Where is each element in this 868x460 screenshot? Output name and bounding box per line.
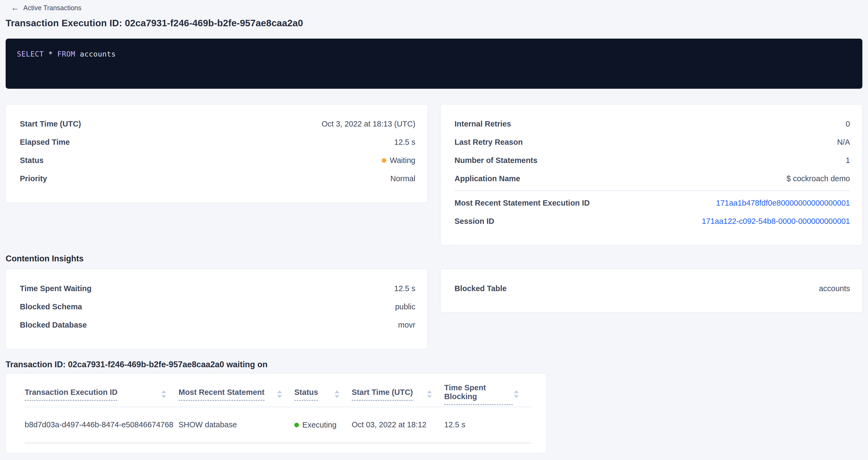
blocked-database-label: Blocked Database (20, 320, 87, 330)
back-link[interactable]: ← Active Transactions (11, 4, 82, 12)
sort-up-icon (335, 390, 339, 393)
blocked-schema-value: public (395, 302, 415, 311)
blocked-table-label: Blocked Table (455, 284, 507, 293)
active-transaction-details-page: ← Active Transactions Transaction Execut… (0, 0, 868, 453)
blocked-schema-row: Blocked Schema public (20, 298, 415, 316)
status-waiting-dot-icon (382, 158, 386, 163)
last-retry-reason-row: Last Retry Reason N/A (455, 133, 850, 151)
transaction-details-card-inner: Start Time (UTC) Oct 3, 2022 at 18:13 (U… (6, 104, 428, 203)
card-divider (455, 190, 850, 191)
table-row: b8d7d03a-d497-446b-8474-e50846674768 SHO… (25, 407, 531, 443)
number-of-statements-value: 1 (846, 156, 850, 165)
sort-down-icon (161, 395, 166, 398)
time-spent-waiting-row: Time Spent Waiting 12.5 s (20, 279, 415, 298)
status-value: Waiting (382, 156, 415, 165)
column-header-transaction-execution-id[interactable]: Transaction Execution ID (25, 382, 179, 407)
sort-down-icon (427, 395, 432, 398)
priority-row: Priority Normal (20, 170, 415, 188)
status-row: Status Waiting (20, 151, 415, 170)
application-name-label: Application Name (455, 174, 520, 183)
number-of-statements-row: Number of Statements 1 (455, 151, 850, 170)
statement-execution-id-label: Most Recent Statement Execution ID (455, 198, 590, 208)
cell-time-spent-blocking: 12.5 s (444, 407, 531, 443)
table-header-row: Transaction Execution ID Most Recent Sta… (25, 382, 531, 407)
time-spent-waiting-value: 12.5 s (394, 284, 415, 293)
sql-keyword: FROM (57, 50, 75, 58)
cell-start-time: Oct 03, 2022 at 18:12 (352, 407, 444, 443)
sql-operator: * (48, 50, 53, 58)
sql-statement-box: SELECT * FROM accounts (6, 39, 862, 89)
internal-retries-row: Internal Retries 0 (455, 115, 850, 133)
cell-transaction-execution-id: b8d7d03a-d497-446b-8474-e50846674768 (25, 407, 179, 443)
internal-retries-label: Internal Retries (455, 120, 511, 128)
priority-value: Normal (390, 174, 415, 183)
session-id-row: Session ID 171aa122-c092-54b8-0000-00000… (455, 212, 850, 230)
column-header-most-recent-statement[interactable]: Most Recent Statement (179, 382, 294, 407)
statement-execution-id-row: Most Recent Statement Execution ID 171aa… (455, 194, 850, 212)
transaction-details-card: Start Time (UTC) Oct 3, 2022 at 18:13 (U… (6, 104, 428, 203)
blocked-table-value: accounts (819, 284, 850, 293)
statement-execution-id-link[interactable]: 171aa1b478fdf0e80000000000000001 (716, 198, 850, 208)
start-time-row: Start Time (UTC) Oct 3, 2022 at 18:13 (U… (20, 115, 415, 133)
contention-cards-row: Time Spent Waiting 12.5 s Blocked Schema… (6, 269, 862, 349)
column-header-start-time[interactable]: Start Time (UTC) (352, 382, 444, 407)
column-header-time-spent-blocking[interactable]: Time Spent Blocking (444, 382, 531, 407)
sort-icon[interactable] (513, 389, 520, 399)
internal-retries-value: 0 (846, 120, 850, 128)
waiting-transactions-table-card: Transaction Execution ID Most Recent Sta… (6, 373, 546, 453)
number-of-statements-label: Number of Statements (455, 156, 537, 165)
sql-identifier: accounts (80, 50, 116, 58)
cell-status: Executing (294, 407, 352, 443)
back-arrow-icon: ← (11, 4, 19, 12)
sort-down-icon (514, 395, 519, 398)
summary-cards-row: Start Time (UTC) Oct 3, 2022 at 18:13 (U… (6, 104, 862, 245)
sql-keyword: SELECT (17, 50, 44, 58)
blocked-database-value: movr (398, 320, 415, 330)
column-header-status[interactable]: Status (294, 382, 352, 407)
column-header-label: Time Spent Blocking (444, 384, 513, 405)
sort-down-icon (335, 395, 339, 398)
sort-down-icon (277, 395, 282, 398)
blocked-table-row: Blocked Table accounts (455, 279, 850, 298)
status-executing-dot-icon (294, 423, 299, 427)
cell-most-recent-statement: SHOW database (179, 407, 294, 443)
sort-icon[interactable] (160, 389, 167, 399)
sort-up-icon (514, 390, 519, 393)
elapsed-time-label: Elapsed Time (20, 138, 70, 147)
contention-waiting-card-inner: Time Spent Waiting 12.5 s Blocked Schema… (6, 269, 428, 349)
column-header-label: Status (294, 388, 318, 401)
time-spent-waiting-label: Time Spent Waiting (20, 284, 91, 293)
column-header-label: Start Time (UTC) (352, 388, 413, 401)
contention-insights-heading: Contention Insights (6, 254, 862, 264)
session-id-label: Session ID (455, 217, 494, 226)
sort-up-icon (161, 390, 166, 393)
status-text: Waiting (390, 156, 415, 165)
waiting-on-heading: Transaction ID: 02ca7931-f246-469b-b2fe-… (6, 360, 862, 369)
status-label: Status (20, 156, 44, 165)
last-retry-reason-value: N/A (837, 138, 850, 147)
start-time-label: Start Time (UTC) (20, 120, 81, 128)
sort-up-icon (277, 390, 282, 393)
blocked-database-row: Blocked Database movr (20, 316, 415, 334)
sort-up-icon (427, 390, 432, 393)
column-header-label: Transaction Execution ID (25, 388, 117, 401)
priority-label: Priority (20, 174, 47, 183)
blocked-table-card-inner: Blocked Table accounts (441, 269, 862, 312)
sort-icon[interactable] (276, 389, 283, 399)
application-name-row: Application Name $ cockroach demo (455, 170, 850, 188)
session-id-link[interactable]: 171aa122-c092-54b8-0000-000000000001 (702, 217, 850, 226)
row-status-text: Executing (302, 421, 336, 429)
application-name-value: $ cockroach demo (786, 174, 850, 183)
statement-details-card: Internal Retries 0 Last Retry Reason N/A… (440, 104, 863, 245)
row-status-value: Executing (294, 421, 336, 429)
column-header-label: Most Recent Statement (179, 388, 265, 401)
page-title: Transaction Execution ID: 02ca7931-f246-… (6, 18, 862, 28)
blocked-table-card: Blocked Table accounts (440, 269, 863, 313)
elapsed-time-value: 12.5 s (394, 138, 415, 147)
start-time-value: Oct 3, 2022 at 18:13 (UTC) (322, 120, 415, 128)
back-link-label: Active Transactions (23, 4, 82, 12)
statement-details-card-inner: Internal Retries 0 Last Retry Reason N/A… (441, 104, 862, 245)
sort-icon[interactable] (334, 389, 340, 399)
sort-icon[interactable] (426, 389, 433, 399)
blocked-schema-label: Blocked Schema (20, 302, 82, 311)
